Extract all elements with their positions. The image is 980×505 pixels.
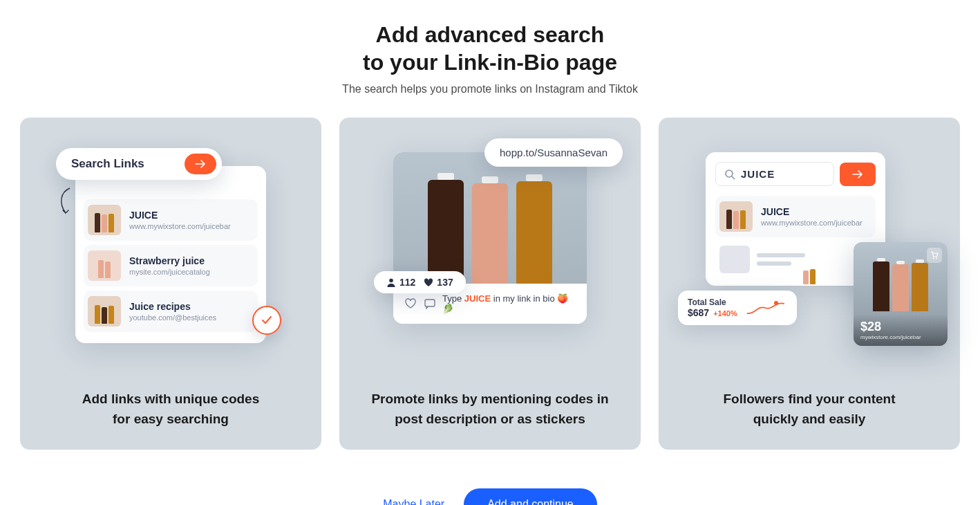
link-thumbnail bbox=[88, 296, 121, 327]
card-caption: Followers find your content quickly and … bbox=[723, 376, 895, 429]
product-url: mywixstore.com/juicebar bbox=[860, 334, 941, 340]
cart-icon bbox=[930, 251, 939, 259]
post-panel: hopp.to/SusannaSevan 112 137 bbox=[393, 152, 587, 324]
link-list: JUICE www.mywixstore.com/juicebar Strawb… bbox=[75, 166, 266, 343]
user-icon bbox=[386, 277, 396, 287]
sparkline-icon bbox=[746, 298, 787, 318]
feature-card-promote: hopp.to/SusannaSevan 112 137 bbox=[339, 118, 641, 450]
card-caption: Promote links by mentioning codes in pos… bbox=[371, 376, 608, 429]
svg-point-4 bbox=[933, 258, 934, 259]
arrow-right-icon bbox=[195, 160, 206, 168]
link-thumbnail bbox=[88, 205, 121, 235]
action-bar: Maybe Later Add and continue bbox=[6, 488, 974, 505]
search-pill: Search Links bbox=[56, 148, 222, 180]
feature-cards: Search Links JUICE bbox=[6, 118, 974, 450]
result-item-placeholder bbox=[715, 243, 876, 276]
caption-line-1: Add links with unique codes bbox=[82, 392, 260, 406]
caption-line-1: Followers find your content bbox=[723, 392, 895, 406]
illustration-results: JUICE JUICE www.mywixstore. bbox=[679, 152, 939, 286]
check-icon bbox=[261, 316, 272, 324]
link-thumbnail bbox=[88, 250, 121, 281]
followers-count: 112 bbox=[399, 277, 415, 288]
page-title: Add advanced search to your Link-in-Bio … bbox=[6, 21, 974, 76]
svg-point-0 bbox=[389, 279, 393, 283]
card-caption: Add links with unique codes for easy sea… bbox=[82, 376, 260, 429]
page-subtitle: The search helps you promote links on In… bbox=[6, 83, 974, 95]
check-badge bbox=[252, 306, 281, 335]
svg-point-3 bbox=[774, 301, 778, 305]
links-panel: Search Links JUICE bbox=[75, 166, 266, 343]
link-item: Strawberry juice mysite.com/juicecatalog bbox=[84, 245, 258, 286]
title-line-1: Add advanced search bbox=[376, 22, 605, 47]
link-title: JUICE bbox=[129, 210, 231, 221]
post-image bbox=[393, 152, 587, 284]
link-url: www.mywixstore.com/juicebar bbox=[129, 222, 231, 230]
link-url: youtube.com/@bestjuices bbox=[129, 313, 216, 322]
maybe-later-button[interactable]: Maybe Later bbox=[383, 498, 444, 505]
product-card: $28 mywixstore.com/juicebar bbox=[854, 242, 948, 346]
post-caption: Type JUICE in my link in bio 🍑🥬 bbox=[442, 293, 576, 314]
caption-line-2: post description or as stickers bbox=[395, 412, 585, 426]
title-line-2: to your Link-in-Bio page bbox=[363, 50, 617, 75]
link-title: Strawberry juice bbox=[129, 255, 210, 266]
profile-url-pill: hopp.to/SusannaSevan bbox=[484, 138, 623, 167]
caption-line-2: for easy searching bbox=[113, 412, 229, 426]
caption-line-1: Promote links by mentioning codes in bbox=[371, 392, 608, 406]
heart-icon bbox=[424, 278, 433, 287]
sale-amount: $687 bbox=[688, 307, 709, 318]
likes-count: 137 bbox=[437, 277, 453, 288]
total-sale-card: Total Sale $687 +140% bbox=[678, 291, 797, 325]
product-price: $28 bbox=[860, 320, 941, 334]
link-url: mysite.com/juicecatalog bbox=[129, 268, 210, 276]
link-title: Juice recipes bbox=[129, 301, 216, 312]
comment-icon bbox=[424, 298, 436, 309]
sale-percent: +140% bbox=[713, 309, 737, 318]
svg-rect-1 bbox=[425, 300, 435, 306]
illustration-post: hopp.to/SusannaSevan 112 137 bbox=[360, 152, 620, 324]
page-header: Add advanced search to your Link-in-Bio … bbox=[6, 21, 974, 95]
placeholder-thumbnail bbox=[719, 246, 750, 273]
caption-line-2: quickly and easily bbox=[753, 412, 866, 426]
heart-outline-icon bbox=[404, 298, 417, 309]
curved-arrow-icon bbox=[56, 185, 74, 216]
link-item: Juice recipes youtube.com/@bestjuices bbox=[84, 291, 258, 332]
link-item: JUICE www.mywixstore.com/juicebar bbox=[84, 199, 258, 241]
search-pill-label: Search Links bbox=[71, 157, 144, 171]
feature-card-add-links: Search Links JUICE bbox=[20, 118, 321, 450]
illustration-search-links: Search Links JUICE bbox=[41, 152, 301, 343]
caption-prefix: Type bbox=[442, 293, 464, 304]
sale-label: Total Sale bbox=[688, 297, 737, 307]
stats-pill: 112 137 bbox=[374, 271, 466, 293]
caption-keyword: JUICE bbox=[464, 293, 491, 304]
search-submit-button bbox=[185, 154, 216, 174]
cart-badge bbox=[927, 248, 942, 263]
svg-point-5 bbox=[936, 258, 937, 259]
add-and-continue-button[interactable]: Add and continue bbox=[464, 488, 597, 505]
feature-card-followers: JUICE JUICE www.mywixstore. bbox=[659, 118, 960, 450]
